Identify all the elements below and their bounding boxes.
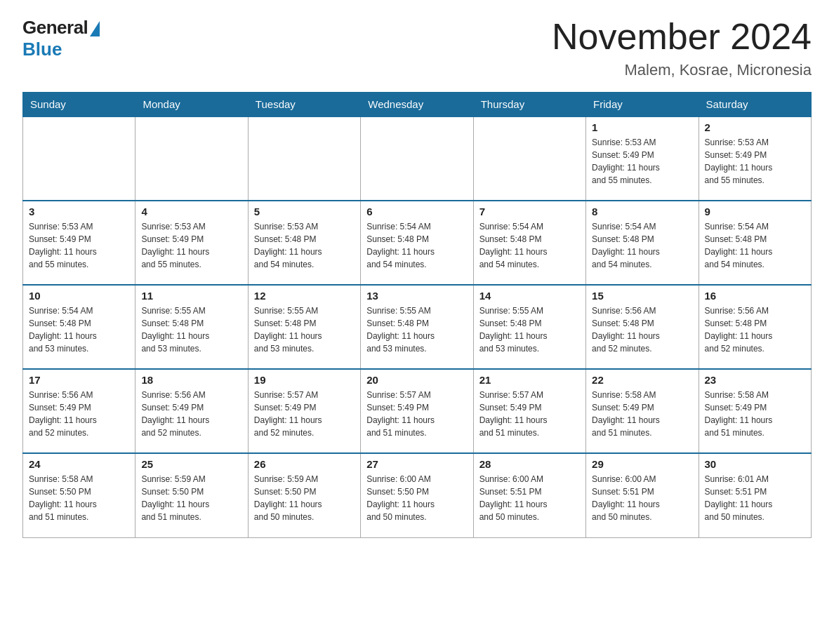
weekday-header-wednesday: Wednesday (361, 93, 473, 117)
day-number: 2 (705, 121, 805, 133)
day-info: Sunrise: 5:54 AM Sunset: 5:48 PM Dayligh… (366, 220, 467, 271)
calendar-cell: 11Sunrise: 5:55 AM Sunset: 5:48 PM Dayli… (135, 285, 248, 369)
calendar-week-row: 24Sunrise: 5:58 AM Sunset: 5:50 PM Dayli… (23, 453, 812, 537)
calendar-cell: 16Sunrise: 5:56 AM Sunset: 5:48 PM Dayli… (699, 285, 811, 369)
day-number: 21 (479, 374, 580, 386)
day-info: Sunrise: 6:00 AM Sunset: 5:51 PM Dayligh… (592, 473, 692, 523)
logo: General Blue (22, 17, 100, 60)
calendar-week-row: 3Sunrise: 5:53 AM Sunset: 5:49 PM Daylig… (23, 201, 812, 285)
calendar-cell: 12Sunrise: 5:55 AM Sunset: 5:48 PM Dayli… (248, 285, 360, 369)
day-info: Sunrise: 5:53 AM Sunset: 5:48 PM Dayligh… (254, 220, 355, 271)
day-number: 1 (592, 121, 692, 133)
day-number: 14 (479, 290, 580, 302)
calendar-cell (23, 116, 135, 201)
day-info: Sunrise: 5:53 AM Sunset: 5:49 PM Dayligh… (141, 220, 241, 271)
weekday-header-row: SundayMondayTuesdayWednesdayThursdayFrid… (23, 93, 812, 117)
calendar-cell: 23Sunrise: 5:58 AM Sunset: 5:49 PM Dayli… (699, 369, 811, 453)
calendar-week-row: 17Sunrise: 5:56 AM Sunset: 5:49 PM Dayli… (23, 369, 812, 453)
calendar-cell: 17Sunrise: 5:56 AM Sunset: 5:49 PM Dayli… (23, 369, 135, 453)
calendar-cell: 18Sunrise: 5:56 AM Sunset: 5:49 PM Dayli… (135, 369, 248, 453)
calendar-week-row: 10Sunrise: 5:54 AM Sunset: 5:48 PM Dayli… (23, 285, 812, 369)
calendar-cell: 6Sunrise: 5:54 AM Sunset: 5:48 PM Daylig… (361, 201, 473, 285)
calendar-cell: 9Sunrise: 5:54 AM Sunset: 5:48 PM Daylig… (699, 201, 811, 285)
calendar-cell: 24Sunrise: 5:58 AM Sunset: 5:50 PM Dayli… (23, 453, 135, 537)
day-info: Sunrise: 5:55 AM Sunset: 5:48 PM Dayligh… (366, 304, 467, 355)
day-number: 22 (592, 374, 692, 386)
day-info: Sunrise: 6:00 AM Sunset: 5:50 PM Dayligh… (366, 473, 467, 523)
calendar-cell: 27Sunrise: 6:00 AM Sunset: 5:50 PM Dayli… (361, 453, 473, 537)
day-info: Sunrise: 5:55 AM Sunset: 5:48 PM Dayligh… (479, 304, 580, 355)
calendar-cell: 4Sunrise: 5:53 AM Sunset: 5:49 PM Daylig… (135, 201, 248, 285)
day-info: Sunrise: 5:54 AM Sunset: 5:48 PM Dayligh… (705, 220, 805, 271)
day-number: 10 (29, 290, 129, 302)
page-header: General Blue November 2024 Malem, Kosrae… (22, 17, 812, 79)
calendar-cell: 7Sunrise: 5:54 AM Sunset: 5:48 PM Daylig… (473, 201, 585, 285)
day-number: 26 (254, 458, 355, 470)
calendar-cell: 26Sunrise: 5:59 AM Sunset: 5:50 PM Dayli… (248, 453, 360, 537)
weekday-header-tuesday: Tuesday (248, 93, 360, 117)
logo-blue-text: Blue (22, 39, 62, 60)
day-number: 17 (29, 374, 129, 386)
day-info: Sunrise: 5:58 AM Sunset: 5:49 PM Dayligh… (705, 389, 805, 439)
weekday-header-thursday: Thursday (473, 93, 585, 117)
day-number: 12 (254, 290, 355, 302)
day-number: 25 (141, 458, 241, 470)
calendar-cell: 30Sunrise: 6:01 AM Sunset: 5:51 PM Dayli… (699, 453, 811, 537)
day-info: Sunrise: 5:54 AM Sunset: 5:48 PM Dayligh… (592, 220, 692, 271)
calendar-cell: 1Sunrise: 5:53 AM Sunset: 5:49 PM Daylig… (586, 116, 699, 201)
day-info: Sunrise: 5:53 AM Sunset: 5:49 PM Dayligh… (705, 136, 805, 187)
day-number: 5 (254, 206, 355, 217)
calendar-cell (473, 116, 585, 201)
day-info: Sunrise: 5:56 AM Sunset: 5:49 PM Dayligh… (29, 389, 129, 439)
calendar-week-row: 1Sunrise: 5:53 AM Sunset: 5:49 PM Daylig… (23, 116, 812, 201)
day-number: 8 (592, 206, 692, 217)
day-number: 9 (705, 206, 805, 217)
day-number: 7 (479, 206, 580, 217)
calendar-cell: 14Sunrise: 5:55 AM Sunset: 5:48 PM Dayli… (473, 285, 585, 369)
calendar-table: SundayMondayTuesdayWednesdayThursdayFrid… (22, 92, 812, 538)
day-number: 19 (254, 374, 355, 386)
day-info: Sunrise: 5:55 AM Sunset: 5:48 PM Dayligh… (254, 304, 355, 355)
day-number: 27 (366, 458, 467, 470)
calendar-cell: 21Sunrise: 5:57 AM Sunset: 5:49 PM Dayli… (473, 369, 585, 453)
day-number: 3 (29, 206, 129, 217)
day-info: Sunrise: 5:56 AM Sunset: 5:48 PM Dayligh… (705, 304, 805, 355)
day-number: 15 (592, 290, 692, 302)
calendar-cell: 15Sunrise: 5:56 AM Sunset: 5:48 PM Dayli… (586, 285, 699, 369)
day-info: Sunrise: 5:54 AM Sunset: 5:48 PM Dayligh… (29, 304, 129, 355)
day-info: Sunrise: 5:55 AM Sunset: 5:48 PM Dayligh… (141, 304, 241, 355)
day-info: Sunrise: 5:59 AM Sunset: 5:50 PM Dayligh… (141, 473, 241, 523)
calendar-cell: 13Sunrise: 5:55 AM Sunset: 5:48 PM Dayli… (361, 285, 473, 369)
weekday-header-friday: Friday (586, 93, 699, 117)
logo-triangle-icon (90, 21, 100, 36)
location-subtitle: Malem, Kosrae, Micronesia (552, 61, 812, 79)
calendar-cell: 28Sunrise: 6:00 AM Sunset: 5:51 PM Dayli… (473, 453, 585, 537)
calendar-body: 1Sunrise: 5:53 AM Sunset: 5:49 PM Daylig… (23, 116, 812, 537)
day-number: 23 (705, 374, 805, 386)
day-number: 28 (479, 458, 580, 470)
day-number: 4 (141, 206, 241, 217)
day-info: Sunrise: 5:56 AM Sunset: 5:49 PM Dayligh… (141, 389, 241, 439)
day-number: 18 (141, 374, 241, 386)
calendar-cell: 10Sunrise: 5:54 AM Sunset: 5:48 PM Dayli… (23, 285, 135, 369)
calendar-cell (135, 116, 248, 201)
day-number: 20 (366, 374, 467, 386)
day-info: Sunrise: 5:59 AM Sunset: 5:50 PM Dayligh… (254, 473, 355, 523)
calendar-cell: 3Sunrise: 5:53 AM Sunset: 5:49 PM Daylig… (23, 201, 135, 285)
day-number: 13 (366, 290, 467, 302)
day-number: 6 (366, 206, 467, 217)
calendar-cell: 22Sunrise: 5:58 AM Sunset: 5:49 PM Dayli… (586, 369, 699, 453)
day-info: Sunrise: 5:53 AM Sunset: 5:49 PM Dayligh… (29, 220, 129, 271)
day-number: 29 (592, 458, 692, 470)
weekday-header-monday: Monday (135, 93, 248, 117)
weekday-header-sunday: Sunday (23, 93, 135, 117)
day-info: Sunrise: 5:57 AM Sunset: 5:49 PM Dayligh… (366, 389, 467, 439)
calendar-cell (361, 116, 473, 201)
day-info: Sunrise: 6:00 AM Sunset: 5:51 PM Dayligh… (479, 473, 580, 523)
calendar-cell (248, 116, 360, 201)
day-info: Sunrise: 5:54 AM Sunset: 5:48 PM Dayligh… (479, 220, 580, 271)
day-info: Sunrise: 5:53 AM Sunset: 5:49 PM Dayligh… (592, 136, 692, 187)
calendar-cell: 29Sunrise: 6:00 AM Sunset: 5:51 PM Dayli… (586, 453, 699, 537)
calendar-cell: 8Sunrise: 5:54 AM Sunset: 5:48 PM Daylig… (586, 201, 699, 285)
day-number: 16 (705, 290, 805, 302)
